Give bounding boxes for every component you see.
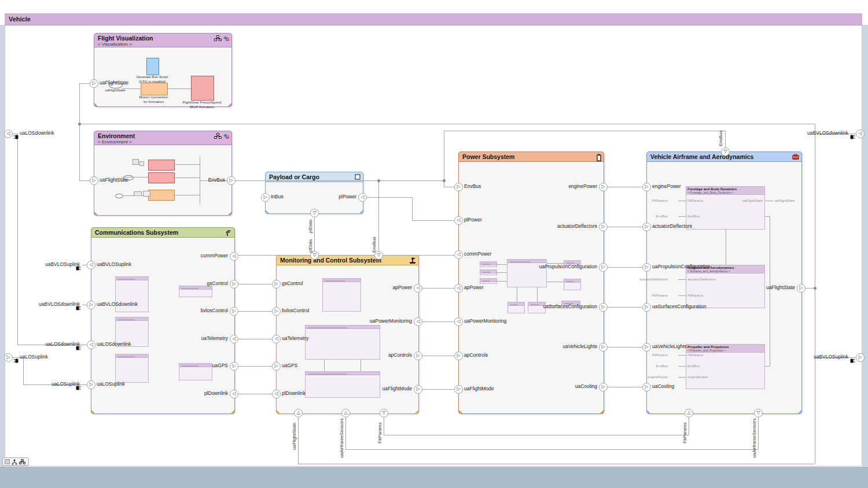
port-apPower[interactable]: ◁ [454, 284, 463, 293]
wire[interactable] [82, 305, 87, 305]
port-EnvBus-top-port[interactable]: ▽ [721, 147, 730, 156]
port-uaPropulsionConfiguration[interactable]: ▷ [599, 263, 608, 272]
port-FltParams-bottom-port[interactable]: △ [685, 409, 693, 417]
port-EnvBus[interactable]: ▷ [454, 183, 463, 191]
wire[interactable] [422, 389, 454, 390]
wire[interactable] [238, 339, 272, 339]
generate-run-script-block[interactable] [146, 58, 159, 75]
wire[interactable] [444, 131, 444, 187]
diagram-canvas[interactable]: Vehicle Flight Visualization< Visualizat… [0, 0, 868, 488]
wire[interactable] [765, 216, 770, 217]
wire[interactable] [607, 267, 642, 268]
wire[interactable] [238, 255, 454, 256]
power-component[interactable] [480, 269, 497, 275]
wire[interactable] [678, 295, 686, 296]
wire[interactable] [412, 197, 413, 220]
port-uaFlightState[interactable]: ▷ [90, 176, 98, 185]
wire[interactable] [607, 227, 642, 227]
wire[interactable] [238, 366, 272, 367]
wire[interactable] [174, 164, 200, 165]
port-actuatorDeflectors[interactable]: ▷ [642, 223, 651, 231]
power-component[interactable] [480, 278, 497, 284]
tree-view-icon[interactable] [12, 459, 17, 465]
wire[interactable] [725, 131, 726, 147]
port-plData-bottom-port[interactable]: ▽ [310, 209, 319, 217]
wire[interactable] [517, 287, 517, 302]
port-uaFlightMode[interactable]: ▷ [414, 385, 422, 394]
wire[interactable] [314, 217, 315, 251]
port-FltParams-bottom-port[interactable]: ▽ [380, 409, 388, 417]
wire[interactable] [79, 83, 90, 84]
vehicle-title-bar[interactable]: Vehicle [5, 13, 862, 25]
port-enginePower[interactable]: ▷ [599, 183, 608, 191]
wire[interactable] [497, 281, 507, 282]
wire[interactable] [384, 435, 689, 435]
wire[interactable] [174, 195, 200, 195]
power-component[interactable] [480, 261, 497, 267]
port-uaFlightState[interactable]: ▷ [797, 284, 806, 293]
corner-toolbar[interactable] [2, 457, 29, 466]
wire[interactable] [422, 356, 454, 356]
wire[interactable] [607, 187, 642, 187]
wire[interactable] [345, 417, 346, 449]
port-actuatorDeflectors[interactable]: ▷ [599, 223, 608, 231]
wire[interactable] [678, 366, 686, 367]
boundary-port-uaBVLOSdownlink[interactable]: ◁ [856, 130, 865, 138]
wire[interactable] [167, 88, 191, 89]
port-gsControl[interactable]: ▷ [230, 280, 238, 289]
wire[interactable] [444, 131, 725, 131]
environment-model-block[interactable] [148, 172, 175, 183]
wire[interactable] [678, 201, 686, 201]
wire[interactable] [412, 220, 454, 221]
port-plDownlink[interactable]: ◁ [230, 390, 238, 398]
panel-toggle-icon[interactable] [5, 459, 10, 464]
port-uaSurfacesConfiguration[interactable]: ▷ [599, 303, 608, 312]
wire[interactable] [497, 272, 507, 273]
wire[interactable] [444, 187, 454, 187]
port-enginePower[interactable]: ▷ [642, 183, 651, 191]
signal-source[interactable] [115, 194, 123, 198]
block-payload-or-cargo[interactable]: Payload or Cargo [265, 172, 363, 214]
wire[interactable] [17, 134, 18, 345]
wire[interactable] [765, 201, 773, 201]
port-apControls[interactable]: ▷ [454, 352, 463, 360]
port-bvlosControl[interactable]: ▷ [272, 307, 281, 316]
port-uaSurfacesConfiguration[interactable]: ▷ [642, 303, 651, 312]
port-uaAirframeSensors-bottom-port[interactable]: △ [341, 409, 350, 417]
wire[interactable] [79, 180, 90, 181]
port-uaBVLOSuplink[interactable]: ◁ [87, 261, 95, 269]
power-component[interactable] [564, 279, 581, 290]
port-uaTelemetry[interactable]: ◁ [230, 335, 238, 343]
wire[interactable] [678, 216, 686, 217]
control-component[interactable] [305, 325, 380, 360]
wire[interactable] [174, 178, 200, 178]
connector-block[interactable] [143, 191, 150, 197]
wire[interactable] [79, 124, 815, 124]
wire[interactable] [547, 282, 564, 282]
port-uaPowerMonitoring[interactable]: ◁ [414, 317, 422, 326]
wire[interactable] [497, 264, 507, 265]
control-component[interactable] [305, 371, 380, 398]
wire[interactable] [238, 311, 272, 312]
wire[interactable] [298, 417, 299, 464]
wire[interactable] [384, 417, 384, 435]
wire[interactable] [345, 449, 758, 450]
wire[interactable] [537, 287, 538, 302]
wire[interactable] [678, 355, 686, 356]
surfaces-and-aerodynamics[interactable]: Surfaces and Aerodynamics< Surfaces_and_… [686, 265, 765, 308]
port-uaBVLOSdownlink[interactable]: ▷ [87, 301, 95, 309]
wire[interactable] [422, 288, 454, 289]
wire[interactable] [765, 366, 770, 367]
wire[interactable] [122, 88, 141, 89]
wire[interactable] [361, 360, 361, 371]
connector-block[interactable] [139, 161, 144, 166]
wire[interactable] [82, 265, 87, 265]
connector-block[interactable] [133, 159, 139, 165]
port-uaPowerMonitoring[interactable]: ◁ [454, 317, 463, 326]
wire[interactable] [678, 377, 686, 378]
port-plPower[interactable]: ◁ [454, 216, 463, 225]
wire[interactable] [607, 347, 642, 347]
wire[interactable] [422, 321, 454, 322]
radio-component[interactable] [115, 354, 149, 383]
flightgear-animation-block[interactable] [191, 76, 214, 101]
